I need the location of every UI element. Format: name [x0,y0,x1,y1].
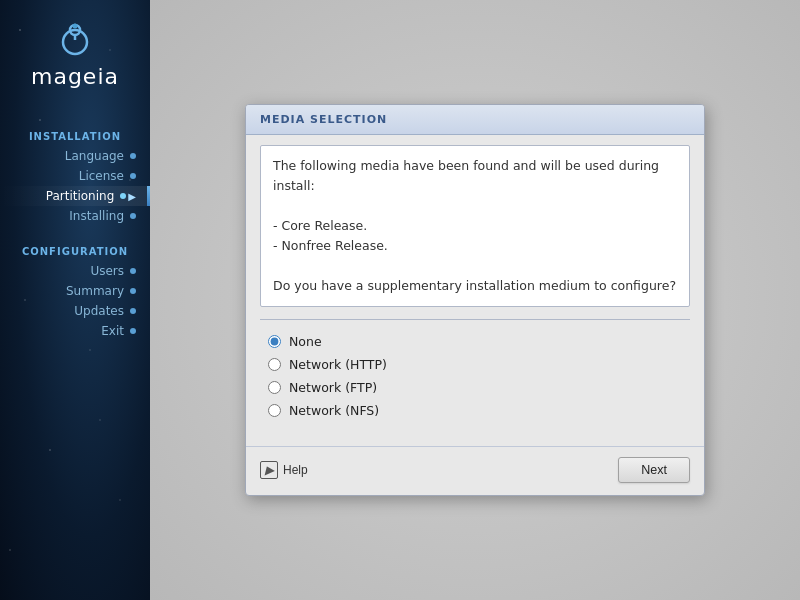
help-icon: ▶ [260,461,278,479]
dialog-body: The following media have been found and … [246,135,704,438]
nav-dot-installing [130,213,136,219]
radio-nfs[interactable] [268,404,281,417]
divider [260,319,690,320]
dialog-header: MEDIA SELECTION [246,105,704,135]
radio-item-nfs[interactable]: Network (NFS) [268,403,682,418]
nav-dot-exit [130,328,136,334]
radio-label-http: Network (HTTP) [289,357,387,372]
section-header-configuration: CONFIGURATION [0,240,150,261]
sidebar-item-summary[interactable]: Summary [0,281,150,301]
section-header-installation: INSTALLATION [0,125,150,146]
main-area: MEDIA SELECTION The following media have… [150,0,800,600]
sidebar-item-partitioning[interactable]: Partitioning ▶ [0,186,150,206]
sidebar: mageia INSTALLATION Language License Par… [0,0,150,600]
help-label: Help [283,463,308,477]
radio-label-nfs: Network (NFS) [289,403,379,418]
sidebar-item-label-users: Users [90,264,124,278]
sidebar-item-installing[interactable]: Installing [0,206,150,226]
nav-dot-updates [130,308,136,314]
nav-dot-license [130,173,136,179]
next-button[interactable]: Next [618,457,690,483]
arrow-icon-partitioning: ▶ [128,191,136,202]
logo-text: mageia [31,64,119,89]
dialog-title: MEDIA SELECTION [260,113,387,126]
radio-none[interactable] [268,335,281,348]
svg-point-3 [72,24,77,29]
sidebar-item-label-language: Language [65,149,124,163]
sidebar-item-label-partitioning: Partitioning [46,189,115,203]
info-line-3: - Nonfree Release. [273,236,677,256]
sidebar-item-language[interactable]: Language [0,146,150,166]
radio-ftp[interactable] [268,381,281,394]
media-selection-dialog: MEDIA SELECTION The following media have… [245,104,705,496]
sidebar-item-updates[interactable]: Updates [0,301,150,321]
logo-area: mageia [31,18,119,89]
nav-dot-summary [130,288,136,294]
radio-item-none[interactable]: None [268,334,682,349]
sidebar-item-users[interactable]: Users [0,261,150,281]
sidebar-item-label-exit: Exit [101,324,124,338]
sidebar-item-label-updates: Updates [74,304,124,318]
sidebar-item-label-license: License [79,169,124,183]
info-line-5: Do you have a supplementary installation… [273,276,677,296]
mageia-logo-icon [54,18,96,60]
sidebar-item-label-summary: Summary [66,284,124,298]
sidebar-item-license[interactable]: License [0,166,150,186]
radio-label-none: None [289,334,322,349]
nav-dot-partitioning [120,193,126,199]
info-box: The following media have been found and … [260,145,690,307]
nav-dot-users [130,268,136,274]
sidebar-item-label-installing: Installing [69,209,124,223]
radio-item-ftp[interactable]: Network (FTP) [268,380,682,395]
radio-label-ftp: Network (FTP) [289,380,377,395]
sidebar-item-exit[interactable]: Exit [0,321,150,341]
radio-group: None Network (HTTP) Network (FTP) Networ… [260,328,690,424]
info-line-0: The following media have been found and … [273,156,677,196]
radio-item-http[interactable]: Network (HTTP) [268,357,682,372]
svg-point-0 [63,30,87,54]
radio-http[interactable] [268,358,281,371]
help-button[interactable]: ▶ Help [260,461,308,479]
nav-dot-language [130,153,136,159]
info-line-2: - Core Release. [273,216,677,236]
dialog-footer: ▶ Help Next [246,446,704,495]
